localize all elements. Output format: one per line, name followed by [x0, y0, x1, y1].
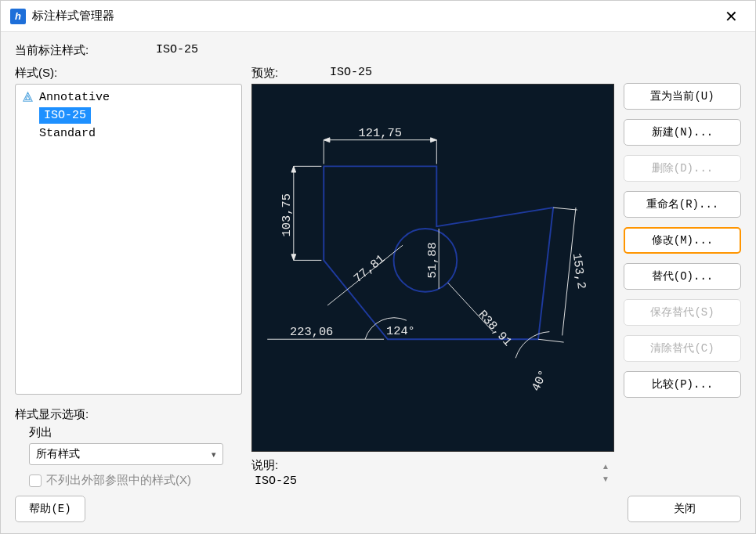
style-item-label: Standard: [39, 127, 96, 140]
preview-canvas: 121,75 103,75 153,2 51,88 R38,91 77,81 1…: [251, 84, 614, 452]
annotative-icon: [22, 92, 34, 103]
right-button-column: 置为当前(U) 新建(N)... 删除(D)... 重命名(R)... 修改(M…: [624, 66, 741, 488]
modify-button[interactable]: 修改(M)...: [624, 227, 741, 254]
compare-button[interactable]: 比较(P)...: [624, 371, 741, 398]
spinner-up-icon[interactable]: ▲: [602, 463, 610, 471]
list-label: 列出: [29, 425, 242, 440]
close-icon[interactable]: ✕: [717, 4, 746, 29]
description-value: ISO-25: [255, 474, 602, 488]
main-area: 样式(S): Annotative ISO-25 Standard 样式显示选项…: [15, 66, 741, 488]
dim-angle1: 124°: [386, 324, 415, 338]
description-spinner: ▲ ▼: [602, 458, 614, 488]
description-label: 说明:: [251, 458, 602, 473]
center-column: 预览: ISO-25: [251, 66, 614, 488]
xref-checkbox-row[interactable]: 不列出外部参照中的样式(X): [29, 473, 242, 488]
dim-inner: 51,88: [425, 242, 439, 278]
clear-override-button: 清除替代(C): [624, 335, 741, 362]
app-icon: h: [10, 9, 26, 24]
save-override-button: 保存替代(S): [624, 299, 741, 326]
chevron-down-icon: ▾: [212, 449, 216, 460]
styles-listbox[interactable]: Annotative ISO-25 Standard: [15, 84, 242, 395]
preview-drawing: 121,75 103,75 153,2 51,88 R38,91 77,81 1…: [252, 85, 613, 451]
styles-label: 样式(S):: [15, 66, 242, 81]
preview-style-name: ISO-25: [330, 66, 372, 81]
dim-top: 121,75: [359, 126, 402, 140]
dim-left: 103,75: [280, 193, 294, 236]
close-button[interactable]: 关闭: [628, 496, 741, 522]
preview-label: 预览:: [251, 66, 330, 81]
checkbox-label: 不列出外部参照中的样式(X): [46, 473, 191, 488]
spinner-down-icon[interactable]: ▼: [602, 475, 610, 483]
help-button[interactable]: 帮助(E): [15, 496, 85, 522]
current-style-row: 当前标注样式: ISO-25: [15, 43, 741, 58]
display-options: 样式显示选项: 列出 所有样式 ▾ 不列出外部参照中的样式(X): [15, 407, 242, 488]
dim-angle2: 40°: [529, 368, 551, 394]
dimension-style-manager-dialog: h 标注样式管理器 ✕ 当前标注样式: ISO-25 样式(S): Annota…: [0, 0, 756, 534]
display-options-title: 样式显示选项:: [15, 407, 242, 422]
description-area: 说明: ISO-25 ▲ ▼: [251, 458, 614, 488]
footer: 帮助(E) 关闭: [1, 496, 755, 533]
style-item-label: ISO-25: [39, 107, 91, 124]
rename-button[interactable]: 重命名(R)...: [624, 191, 741, 218]
svg-line-9: [538, 339, 564, 342]
dim-radius: R38,91: [475, 308, 514, 349]
preview-header: 预览: ISO-25: [251, 66, 614, 81]
titlebar: h 标注样式管理器 ✕: [1, 1, 755, 32]
select-value: 所有样式: [36, 447, 80, 461]
left-column: 样式(S): Annotative ISO-25 Standard 样式显示选项…: [15, 66, 242, 488]
new-button[interactable]: 新建(N)...: [624, 119, 741, 146]
dim-bottom: 223,06: [290, 325, 333, 339]
delete-button: 删除(D)...: [624, 155, 741, 182]
style-item-label: Annotative: [39, 91, 110, 104]
dim-diag: 77,81: [351, 252, 388, 286]
style-item-annotative[interactable]: Annotative: [16, 89, 241, 106]
style-item-iso25[interactable]: ISO-25: [16, 106, 241, 125]
current-style-value: ISO-25: [156, 43, 198, 58]
svg-line-8: [553, 207, 577, 210]
style-item-standard[interactable]: Standard: [16, 125, 241, 142]
current-style-label: 当前标注样式:: [15, 43, 156, 58]
dim-right: 153,2: [570, 252, 588, 290]
content-area: 当前标注样式: ISO-25 样式(S): Annotative ISO-25 …: [1, 32, 755, 496]
list-filter-select[interactable]: 所有样式 ▾: [29, 443, 223, 465]
checkbox-icon: [29, 474, 42, 487]
set-current-button[interactable]: 置为当前(U): [624, 83, 741, 110]
window-title: 标注样式管理器: [32, 9, 717, 23]
override-button[interactable]: 替代(O)...: [624, 263, 741, 290]
